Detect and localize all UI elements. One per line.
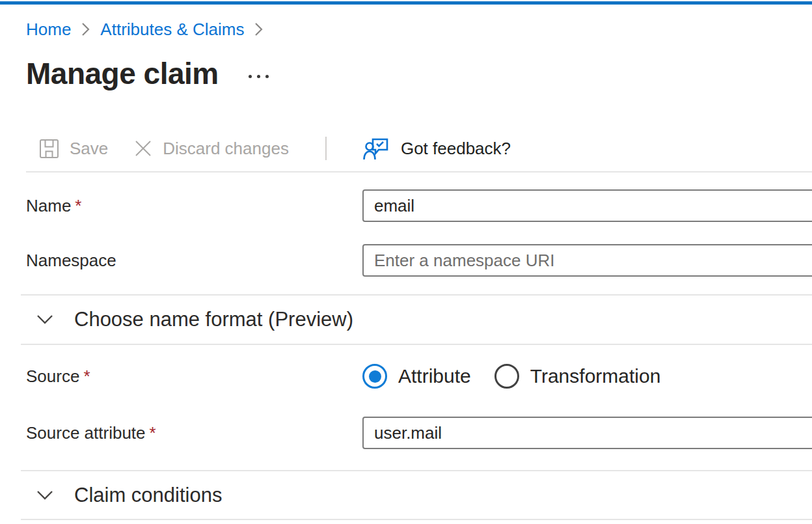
breadcrumb: Home Attributes & Claims: [26, 20, 812, 39]
x-mark-icon: [134, 139, 152, 158]
ellipsis-menu-icon[interactable]: [249, 70, 269, 78]
got-feedback-button[interactable]: Got feedback?: [363, 137, 511, 161]
toolbar-separator: [325, 137, 327, 160]
breadcrumb-link-attributes-claims[interactable]: Attributes & Claims: [100, 20, 244, 39]
name-input[interactable]: [362, 189, 812, 222]
chevron-right-icon: [81, 21, 90, 37]
radio-attribute[interactable]: Attribute: [362, 364, 471, 389]
required-marker: *: [83, 366, 90, 386]
chevron-right-icon: [254, 21, 264, 37]
discard-changes-button[interactable]: Discard changes: [134, 139, 289, 159]
required-marker: *: [75, 196, 81, 215]
breadcrumb-link-home[interactable]: Home: [26, 20, 71, 39]
radio-attribute-label: Attribute: [398, 365, 471, 387]
radio-transformation-label: Transformation: [530, 365, 661, 387]
source-field-label: Source*: [26, 366, 362, 387]
feedback-icon: [363, 137, 390, 161]
radio-circle: [494, 364, 519, 389]
discard-changes-label: Discard changes: [163, 139, 289, 159]
title-row: Manage claim: [26, 55, 812, 92]
save-button-label: Save: [70, 139, 108, 159]
chevron-down-icon: [36, 490, 54, 501]
got-feedback-label: Got feedback?: [401, 139, 511, 159]
save-icon: [39, 139, 59, 159]
source-attribute-field-row: Source attribute*: [26, 417, 812, 449]
chevron-down-icon: [36, 314, 54, 325]
required-marker: *: [150, 423, 156, 443]
namespace-input[interactable]: [362, 244, 812, 277]
namespace-field-row: Namespace: [26, 244, 812, 277]
section-label: Choose name format (Preview): [74, 308, 353, 331]
save-button[interactable]: Save: [39, 139, 108, 159]
section-claim-conditions[interactable]: Claim conditions: [26, 471, 812, 519]
command-bar: Save Discard changes Got feedback?: [26, 133, 812, 163]
divider: [21, 344, 812, 345]
name-field-label: Name*: [26, 196, 362, 216]
source-radio-group: Attribute Transformation: [362, 364, 684, 389]
page-content: Home Attributes & Claims Manage claim Sa…: [0, 20, 812, 520]
source-attribute-field-label: Source attribute*: [26, 423, 362, 443]
radio-transformation[interactable]: Transformation: [494, 364, 661, 389]
window-top-accent-bar: [0, 1, 812, 5]
source-field-row: Source* Attribute Transformation: [26, 362, 812, 391]
page-title: Manage claim: [26, 56, 219, 91]
section-label: Claim conditions: [74, 484, 222, 507]
divider: [21, 519, 812, 520]
source-attribute-input[interactable]: [362, 417, 812, 449]
section-choose-name-format[interactable]: Choose name format (Preview): [26, 296, 812, 344]
namespace-field-label: Namespace: [26, 251, 362, 271]
name-field-row: Name*: [26, 189, 812, 222]
divider: [26, 171, 812, 172]
radio-circle: [362, 364, 387, 389]
